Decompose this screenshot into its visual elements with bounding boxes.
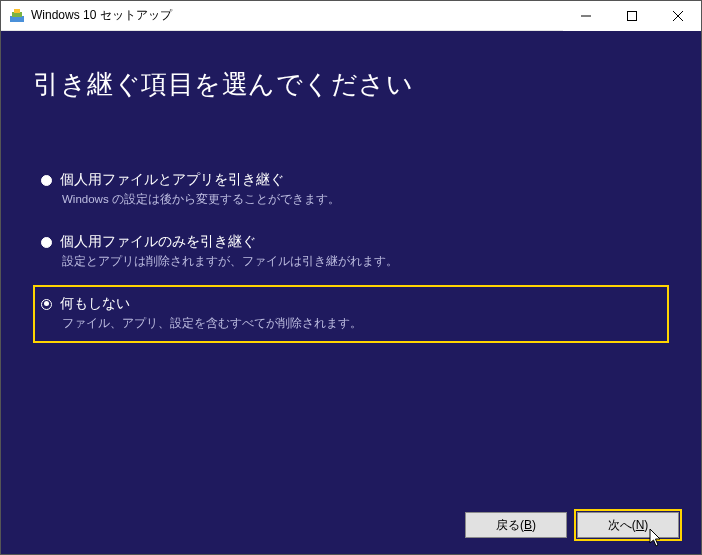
minimize-button[interactable] [563,1,609,31]
page-heading: 引き継ぐ項目を選んでください [33,67,413,102]
maximize-button[interactable] [609,1,655,31]
window-title: Windows 10 セットアップ [31,7,563,24]
setup-window: Windows 10 セットアップ 引き継ぐ項目を選んでください 個人用ファイル… [0,0,702,555]
footer-buttons: 戻る(B) 次へ(N) [465,512,679,538]
option-nothing[interactable]: 何もしない ファイル、アプリ、設定を含むすべてが削除されます。 [33,285,669,343]
option-label: 個人用ファイルのみを引き継ぐ [60,233,256,251]
option-desc: ファイル、アプリ、設定を含むすべてが削除されます。 [62,316,661,331]
back-button[interactable]: 戻る(B) [465,512,567,538]
radio-icon [41,237,52,248]
option-head: 個人用ファイルとアプリを引き継ぐ [41,171,661,189]
next-button-key: N [636,518,645,532]
option-desc: Windows の設定は後から変更することができます。 [62,192,661,207]
svg-rect-2 [14,9,20,13]
back-button-key: B [524,518,532,532]
option-desc: 設定とアプリは削除されますが、ファイルは引き継がれます。 [62,254,661,269]
next-button-suffix: ) [644,518,648,532]
option-keep-files-apps[interactable]: 個人用ファイルとアプリを引き継ぐ Windows の設定は後から変更することがで… [33,161,669,219]
option-label: 何もしない [60,295,130,313]
back-button-suffix: ) [532,518,536,532]
close-button[interactable] [655,1,701,31]
next-button-prefix: 次へ( [608,517,636,534]
next-button[interactable]: 次へ(N) [577,512,679,538]
content-area: 引き継ぐ項目を選んでください 個人用ファイルとアプリを引き継ぐ Windows … [1,31,701,554]
option-keep-files-only[interactable]: 個人用ファイルのみを引き継ぐ 設定とアプリは削除されますが、ファイルは引き継がれ… [33,223,669,281]
titlebar: Windows 10 セットアップ [1,1,701,31]
svg-rect-4 [628,12,637,21]
option-head: 何もしない [41,295,661,313]
window-controls [563,1,701,30]
radio-icon [41,299,52,310]
app-icon [9,8,25,24]
option-head: 個人用ファイルのみを引き継ぐ [41,233,661,251]
options-group: 個人用ファイルとアプリを引き継ぐ Windows の設定は後から変更することがで… [33,161,669,347]
radio-icon [41,175,52,186]
option-label: 個人用ファイルとアプリを引き継ぐ [60,171,284,189]
back-button-prefix: 戻る( [496,517,524,534]
